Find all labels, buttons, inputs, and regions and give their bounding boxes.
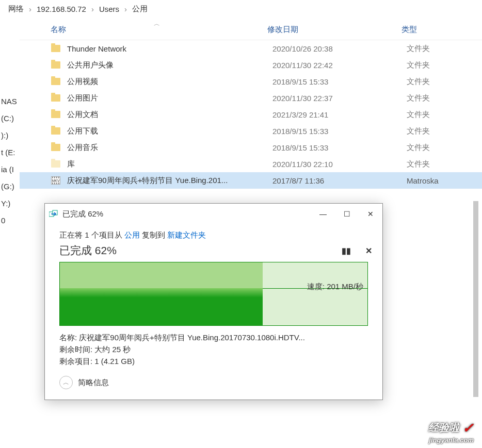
copy-progress-dialog: 已完成 62% — ☐ ✕ 正在将 1 个项目从 公用 复制到 新建文件夹 已完…: [44, 203, 383, 400]
detail-items: 剩余项目: 1 (4.21 GB): [59, 357, 368, 367]
copy-icon: [49, 210, 59, 218]
close-button[interactable]: ✕: [359, 206, 382, 222]
breadcrumb-item[interactable]: 公用: [129, 3, 151, 15]
sidebar-item[interactable]: (G:): [0, 178, 18, 195]
chevron-right-icon: ›: [122, 5, 129, 13]
copy-description: 正在将 1 个项目从 公用 复制到 新建文件夹: [59, 230, 368, 240]
collapse-chevron-icon[interactable]: ︿: [154, 20, 160, 28]
pause-button[interactable]: ▮▮: [342, 246, 351, 256]
folder-icon: [51, 93, 61, 103]
breadcrumb-item[interactable]: 网络: [5, 3, 27, 15]
video-file-icon: MKV: [51, 175, 61, 186]
breadcrumb[interactable]: 网络›192.168.50.72›Users›公用: [0, 0, 482, 18]
sidebar-item[interactable]: 0: [0, 212, 18, 229]
file-list: Thunder Network2020/10/26 20:38文件夹公共用户头像…: [20, 40, 482, 189]
chevron-right-icon: ›: [27, 5, 34, 13]
scroll-thumb[interactable]: [473, 201, 478, 397]
file-type: 2020/11/30 22:42: [272, 61, 407, 70]
file-row[interactable]: 公用下载2018/9/15 15:33文件夹: [20, 123, 482, 139]
file-type: 2017/8/7 11:36: [272, 176, 407, 185]
col-header-date[interactable]: 修改日期: [267, 25, 401, 35]
file-row[interactable]: 公用图片2020/11/30 22:37文件夹: [20, 90, 482, 106]
file-row[interactable]: 公用文档2021/3/29 21:41文件夹: [20, 106, 482, 123]
chevron-up-icon: ︿: [59, 376, 73, 389]
file-type: 2018/9/15 15:33: [272, 143, 407, 152]
folder-icon: [51, 142, 61, 153]
progress-text: 已完成 62%: [59, 243, 368, 258]
sidebar-item[interactable]: NAS: [0, 93, 18, 110]
col-header-type[interactable]: 类型: [401, 25, 417, 35]
folder-icon: [51, 60, 61, 70]
folder-icon: [51, 76, 61, 87]
file-name: 库: [67, 159, 272, 169]
source-link[interactable]: 公用: [124, 230, 140, 239]
file-row[interactable]: 库2020/11/30 22:10文件夹: [20, 156, 482, 172]
sidebar-item[interactable]: ia (I: [0, 161, 18, 178]
sidebar-item[interactable]: Y:): [0, 195, 18, 212]
file-type: 2020/11/30 22:37: [272, 94, 407, 103]
file-name: 公用视频: [67, 77, 272, 87]
breadcrumb-item[interactable]: 192.168.50.72: [34, 4, 89, 14]
file-type: 2018/9/15 15:33: [272, 127, 407, 136]
check-icon: ✓: [462, 420, 474, 436]
dialog-title: 已完成 62%: [62, 209, 311, 219]
speed-graph: 速度: 201 MB/秒: [59, 262, 368, 326]
file-name: Thunder Network: [67, 44, 272, 53]
folder-icon: [51, 109, 61, 120]
chevron-right-icon: ›: [89, 5, 96, 13]
folder-icon: [51, 126, 61, 136]
detail-name: 名称: 庆祝建军90周年阅兵+特别节目 Yue.Bing.20170730.10…: [59, 333, 368, 343]
file-name: 公用文档: [67, 110, 272, 120]
sidebar-item[interactable]: t (E:: [0, 144, 18, 161]
file-row[interactable]: Thunder Network2020/10/26 20:38文件夹: [20, 40, 482, 57]
speed-label: 速度: 201 MB/秒: [307, 282, 363, 292]
scrollbar[interactable]: [472, 41, 480, 448]
folder-icon: [51, 159, 61, 169]
fewer-details-toggle[interactable]: ︿ 简略信息: [59, 376, 368, 389]
file-type: 2018/9/15 15:33: [272, 77, 407, 86]
dest-link[interactable]: 新建文件夹: [167, 230, 206, 239]
sidebar-item[interactable]: ):): [0, 127, 18, 144]
cancel-button[interactable]: ✕: [365, 246, 372, 256]
minimize-button[interactable]: —: [311, 206, 335, 222]
file-type: 2020/10/26 20:38: [272, 44, 407, 53]
folder-icon: [51, 43, 61, 54]
file-type: 2021/3/29 21:41: [272, 110, 407, 119]
maximize-button[interactable]: ☐: [335, 206, 359, 222]
column-headers[interactable]: 名称 修改日期 类型: [20, 21, 482, 40]
detail-time: 剩余时间: 大约 25 秒: [59, 345, 368, 355]
breadcrumb-item[interactable]: Users: [96, 4, 122, 14]
file-name: 公共用户头像: [67, 60, 272, 70]
file-row[interactable]: 公用视频2018/9/15 15:33文件夹: [20, 73, 482, 90]
file-name: 公用音乐: [67, 143, 272, 153]
file-row[interactable]: 公共用户头像2020/11/30 22:42文件夹: [20, 57, 482, 73]
file-name: 公用下载: [67, 126, 272, 136]
sidebar-partial: NAS(C:)):)t (E:ia (I(G:)Y:)0: [0, 93, 18, 229]
sidebar-item[interactable]: (C:): [0, 110, 18, 127]
file-name: 公用图片: [67, 93, 272, 103]
file-row[interactable]: MKV庆祝建军90周年阅兵+特别节目 Yue.Bing.201...2017/8…: [20, 172, 482, 189]
file-row[interactable]: 公用音乐2018/9/15 15:33文件夹: [20, 139, 482, 156]
file-type: 2020/11/30 22:10: [272, 160, 407, 169]
watermark: 经验啦 ✓ jingyanla.com: [428, 420, 474, 444]
file-name: 庆祝建军90周年阅兵+特别节目 Yue.Bing.201...: [67, 176, 272, 186]
